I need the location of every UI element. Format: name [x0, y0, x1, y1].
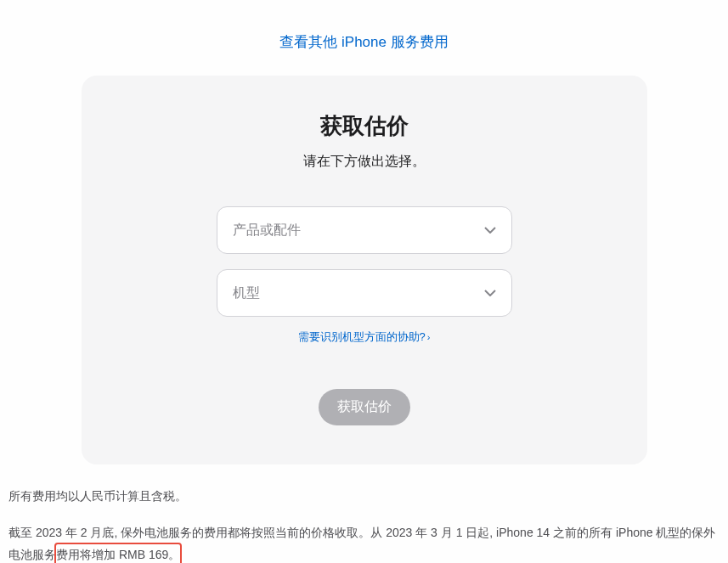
footer-line-1: 所有费用均以人民币计算且含税。 [8, 485, 720, 508]
chevron-down-icon [484, 287, 496, 299]
identify-model-help-link[interactable]: 需要识别机型方面的协助?› [298, 329, 431, 345]
help-link-text: 需要识别机型方面的协助? [298, 330, 426, 343]
footer-notes: 所有费用均以人民币计算且含税。 截至 2023 年 2 月底, 保外电池服务的费… [0, 464, 728, 563]
footer-line-2: 截至 2023 年 2 月底, 保外电池服务的费用都将按照当前的价格收取。从 2… [8, 521, 720, 563]
price-increase-highlight: 费用将增加 RMB 169。 [56, 543, 180, 563]
model-select-placeholder: 机型 [233, 284, 484, 302]
product-select-placeholder: 产品或配件 [233, 222, 484, 239]
select-group: 产品或配件 机型 需要识别机型方面的协助?› [217, 206, 512, 389]
chevron-down-icon [484, 224, 496, 236]
card-subtitle: 请在下方做出选择。 [116, 153, 613, 171]
card-title: 获取估价 [116, 111, 613, 141]
product-select[interactable]: 产品或配件 [217, 206, 512, 254]
other-services-link[interactable]: 查看其他 iPhone 服务费用 [279, 34, 448, 50]
chevron-right-icon: › [427, 332, 431, 342]
estimate-card: 获取估价 请在下方做出选择。 产品或配件 机型 需要识别机型方面的协助?› 获取… [82, 76, 647, 464]
top-link-container: 查看其他 iPhone 服务费用 [0, 0, 728, 76]
model-select[interactable]: 机型 [217, 269, 512, 317]
get-estimate-button[interactable]: 获取估价 [319, 389, 410, 425]
